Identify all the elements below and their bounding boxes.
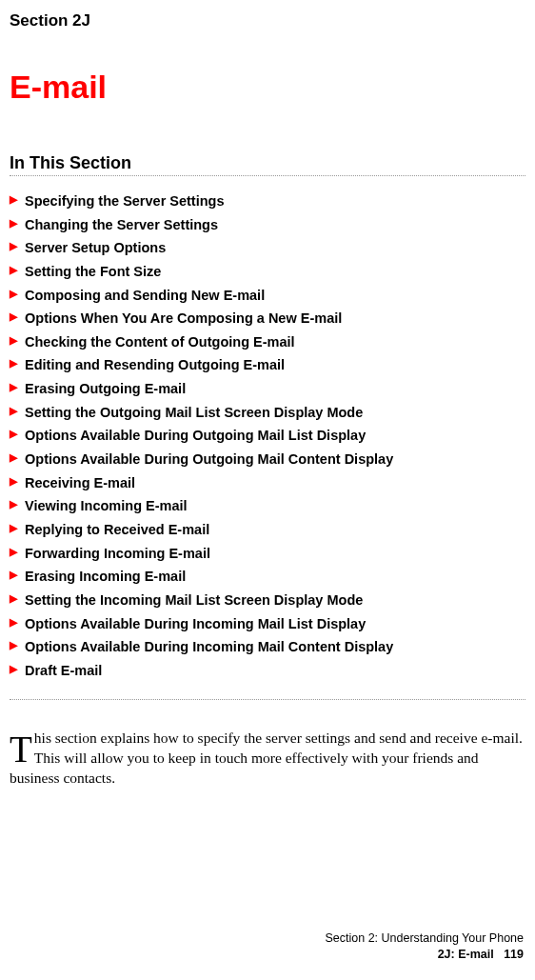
footer-section-path: Section 2: Understanding Your Phone xyxy=(326,930,525,947)
list-item-label: Receiving E-mail xyxy=(25,471,135,495)
list-item: ▶Server Setup Options xyxy=(10,236,525,260)
list-item-label: Erasing Incoming E-mail xyxy=(25,565,186,589)
bullet-icon: ▶ xyxy=(10,401,17,421)
bullet-icon: ▶ xyxy=(10,612,17,632)
bullet-icon: ▶ xyxy=(10,307,17,327)
list-item-label: Checking the Content of Outgoing E-mail xyxy=(25,330,295,354)
bullet-icon: ▶ xyxy=(10,377,17,397)
bullet-icon: ▶ xyxy=(10,284,17,304)
list-item-label: Draft E-mail xyxy=(25,659,102,683)
bullet-icon: ▶ xyxy=(10,424,17,444)
list-item-label: Options Available During Incoming Mail C… xyxy=(25,635,393,659)
bullet-icon: ▶ xyxy=(10,190,17,210)
bullet-icon: ▶ xyxy=(10,565,17,585)
footer-page-line: 2J: E-mail 119 xyxy=(326,947,525,963)
list-item-label: Changing the Server Settings xyxy=(25,213,218,237)
list-item: ▶Draft E-mail xyxy=(10,659,525,683)
list-item-label: Server Setup Options xyxy=(25,236,166,260)
list-item: ▶Options Available During Incoming Mail … xyxy=(10,635,525,659)
list-item: ▶Viewing Incoming E-mail xyxy=(10,494,525,518)
list-item-label: Specifying the Server Settings xyxy=(25,190,225,213)
list-item: ▶Options When You Are Composing a New E-… xyxy=(10,307,525,330)
bullet-icon: ▶ xyxy=(10,542,17,562)
bullet-icon: ▶ xyxy=(10,494,17,514)
bullet-icon: ▶ xyxy=(10,260,17,280)
bullet-icon: ▶ xyxy=(10,213,17,233)
list-item: ▶Options Available During Outgoing Mail … xyxy=(10,448,525,471)
list-item: ▶Forwarding Incoming E-mail xyxy=(10,542,525,566)
list-item-label: Editing and Resending Outgoing E-mail xyxy=(25,353,285,377)
list-item-label: Replying to Received E-mail xyxy=(25,518,209,542)
intro-text: his section explains how to specify the … xyxy=(10,730,523,786)
list-item: ▶Erasing Incoming E-mail xyxy=(10,565,525,589)
bullet-icon: ▶ xyxy=(10,635,17,655)
list-item-label: Options Available During Outgoing Mail L… xyxy=(25,424,366,448)
list-item-label: Setting the Outgoing Mail List Screen Di… xyxy=(25,401,363,425)
list-item-label: Setting the Incoming Mail List Screen Di… xyxy=(25,589,363,612)
page-footer: Section 2: Understanding Your Phone 2J: … xyxy=(326,930,525,963)
list-item: ▶Editing and Resending Outgoing E-mail xyxy=(10,353,525,377)
bullet-icon: ▶ xyxy=(10,330,17,350)
list-item: ▶Setting the Outgoing Mail List Screen D… xyxy=(10,401,525,425)
list-item-label: Viewing Incoming E-mail xyxy=(25,494,188,518)
list-item-label: Forwarding Incoming E-mail xyxy=(25,542,210,566)
list-item-label: Options When You Are Composing a New E-m… xyxy=(25,307,342,330)
bullet-icon: ▶ xyxy=(10,353,17,373)
contents-list: ▶Specifying the Server Settings ▶Changin… xyxy=(10,190,525,682)
bullet-icon: ▶ xyxy=(10,518,17,538)
bullet-icon: ▶ xyxy=(10,236,17,256)
list-item: ▶Replying to Received E-mail xyxy=(10,518,525,542)
divider-bottom xyxy=(10,699,525,700)
page-title: E-mail xyxy=(10,69,525,106)
bullet-icon: ▶ xyxy=(10,448,17,468)
intro-paragraph: This section explains how to specify the… xyxy=(10,729,525,789)
list-item-label: Setting the Font Size xyxy=(25,260,161,284)
drop-cap: T xyxy=(10,729,34,768)
bullet-icon: ▶ xyxy=(10,589,17,609)
list-item: ▶Erasing Outgoing E-mail xyxy=(10,377,525,401)
bullet-icon: ▶ xyxy=(10,659,17,679)
list-item: ▶Checking the Content of Outgoing E-mail xyxy=(10,330,525,354)
list-item: ▶Options Available During Incoming Mail … xyxy=(10,612,525,636)
list-item-label: Options Available During Outgoing Mail C… xyxy=(25,448,393,471)
divider-top xyxy=(10,175,525,176)
list-item: ▶Receiving E-mail xyxy=(10,471,525,495)
list-item: ▶Changing the Server Settings xyxy=(10,213,525,237)
list-item: ▶Specifying the Server Settings xyxy=(10,190,525,213)
list-item: ▶Options Available During Outgoing Mail … xyxy=(10,424,525,448)
page-number: 119 xyxy=(504,948,524,961)
section-label: Section 2J xyxy=(10,11,525,30)
list-item-label: Erasing Outgoing E-mail xyxy=(25,377,186,401)
list-item: ▶Setting the Incoming Mail List Screen D… xyxy=(10,589,525,612)
list-item: ▶Setting the Font Size xyxy=(10,260,525,284)
list-item-label: Options Available During Incoming Mail L… xyxy=(25,612,366,636)
subsection-title: In This Section xyxy=(10,153,525,173)
bullet-icon: ▶ xyxy=(10,471,17,491)
list-item-label: Composing and Sending New E-mail xyxy=(25,284,265,308)
list-item: ▶Composing and Sending New E-mail xyxy=(10,284,525,308)
footer-chapter: 2J: E-mail xyxy=(438,948,494,961)
